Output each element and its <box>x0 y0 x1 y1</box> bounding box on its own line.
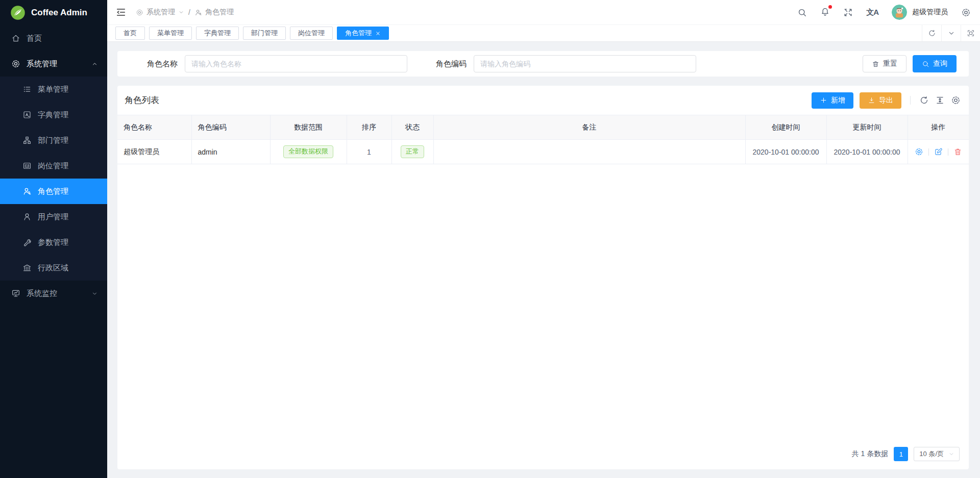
card-title: 角色列表 <box>125 94 159 106</box>
sidebar-item-dict-management[interactable]: 字典管理 <box>0 102 107 128</box>
org-chart-icon <box>22 136 32 145</box>
row-permission-gear-icon[interactable] <box>915 147 923 156</box>
tab-label: 角色管理 <box>345 29 372 38</box>
chevron-down-icon <box>178 9 184 15</box>
role-key-icon <box>194 9 202 16</box>
id-badge-icon <box>22 161 32 170</box>
user-menu[interactable]: 超级管理员 <box>892 5 948 20</box>
col-sort: 排序 <box>347 115 391 140</box>
sidebar-submenu-system: 菜单管理 字典管理 部门管理 岗位管理 角色管理 <box>0 77 107 281</box>
plus-icon <box>820 96 827 104</box>
sidebar-item-label: 系统管理 <box>27 59 57 69</box>
tab-menu-management[interactable]: 菜单管理 <box>149 27 192 40</box>
translate-icon[interactable]: 文A <box>866 8 878 17</box>
refresh-icon[interactable] <box>919 95 929 105</box>
role-key-icon <box>22 187 32 196</box>
role-code-label: 角色编码 <box>436 59 467 69</box>
sidebar-item-menu-management[interactable]: 菜单管理 <box>0 77 107 102</box>
col-status: 状态 <box>391 115 433 140</box>
tab-post-management[interactable]: 岗位管理 <box>290 27 333 40</box>
chevron-up-icon <box>91 61 98 67</box>
sidebar-item-home[interactable]: 首页 <box>0 26 107 51</box>
tab-home[interactable]: 首页 <box>115 27 145 40</box>
cell-role-code: admin <box>191 140 270 164</box>
spring-leaf-logo-icon <box>10 5 26 20</box>
sidebar-item-dept-management[interactable]: 部门管理 <box>0 128 107 153</box>
sidebar-item-label: 参数管理 <box>38 238 68 247</box>
menu-fold-icon[interactable] <box>115 7 127 18</box>
sidebar-item-system-management[interactable]: 系统管理 <box>0 51 107 77</box>
sidebar-item-param-management[interactable]: 参数管理 <box>0 230 107 255</box>
table-settings-gear-icon[interactable] <box>951 95 961 105</box>
tab-role-management[interactable]: 角色管理 <box>337 27 389 40</box>
sidebar-menu: 首页 系统管理 菜单管理 字典管理 部门管理 <box>0 26 107 306</box>
reset-button[interactable]: 重置 <box>863 55 906 72</box>
page-content: 角色名称 角色编码 重置 查询 <box>107 42 980 478</box>
role-name-form-item: 角色名称 <box>147 55 407 72</box>
tab-dept-management[interactable]: 部门管理 <box>243 27 286 40</box>
dictionary-icon <box>22 110 32 119</box>
app-logo[interactable]: Coffee Admin <box>0 0 107 26</box>
breadcrumb: 系统管理 / 角色管理 <box>136 8 234 17</box>
tab-options-dropdown[interactable] <box>941 25 961 41</box>
close-icon[interactable] <box>375 31 381 36</box>
refresh-icon <box>928 29 936 37</box>
tab-tools <box>922 25 980 41</box>
status-badge: 正常 <box>401 145 424 158</box>
sidebar-item-post-management[interactable]: 岗位管理 <box>0 153 107 179</box>
toolbar-divider <box>910 96 911 105</box>
settings-gear-icon[interactable] <box>961 8 971 17</box>
home-icon <box>11 34 20 43</box>
refresh-tab-button[interactable] <box>922 25 941 41</box>
role-name-input[interactable] <box>185 55 407 72</box>
row-delete-icon[interactable] <box>953 147 962 156</box>
cell-role-name: 超级管理员 <box>117 140 191 164</box>
breadcrumb-parent[interactable]: 系统管理 <box>136 8 184 17</box>
search-icon[interactable] <box>797 8 807 17</box>
chevron-down-icon <box>91 290 98 297</box>
col-actions: 操作 <box>908 115 969 140</box>
query-button-label: 查询 <box>933 59 947 68</box>
sidebar-item-system-monitor[interactable]: 系统监控 <box>0 281 107 306</box>
gear-icon <box>11 59 20 68</box>
sidebar-item-label: 角色管理 <box>38 187 68 196</box>
main-area: 系统管理 / 角色管理 文A 超级管理员 <box>107 0 980 478</box>
col-data-scope: 数据范围 <box>270 115 347 140</box>
pagination-total: 共 1 条数据 <box>852 449 889 459</box>
trash-clear-icon <box>872 60 879 68</box>
sidebar-item-user-management[interactable]: 用户管理 <box>0 204 107 230</box>
sidebar-item-label: 字典管理 <box>38 110 68 120</box>
tab-dict-management[interactable]: 字典管理 <box>196 27 239 40</box>
add-button[interactable]: 新增 <box>812 92 853 109</box>
chevron-down-icon <box>948 451 954 457</box>
row-edit-icon[interactable] <box>934 147 943 156</box>
page-number-button[interactable]: 1 <box>894 447 908 461</box>
breadcrumb-current: 角色管理 <box>194 8 234 17</box>
page-size-value: 10 条/页 <box>919 449 944 459</box>
export-button[interactable]: 导出 <box>860 92 901 109</box>
col-remark: 备注 <box>433 115 745 140</box>
fullscreen-icon[interactable] <box>843 8 853 17</box>
sidebar-item-role-management[interactable]: 角色管理 <box>0 179 107 204</box>
role-code-input[interactable] <box>474 55 696 72</box>
col-role-code: 角色编码 <box>191 115 270 140</box>
role-name-label: 角色名称 <box>147 59 178 69</box>
sidebar-item-admin-region[interactable]: 行政区域 <box>0 255 107 281</box>
cell-actions <box>908 140 969 164</box>
table-row: 超级管理员 admin 全部数据权限 1 正常 2020-10-01 00:00… <box>117 140 969 164</box>
row-height-icon[interactable] <box>935 95 945 105</box>
chevron-down-icon <box>947 29 955 37</box>
query-button[interactable]: 查询 <box>913 55 957 72</box>
username-label: 超级管理员 <box>912 8 948 17</box>
add-button-label: 新增 <box>831 96 845 105</box>
monitor-icon <box>11 289 20 298</box>
notification-button[interactable] <box>820 7 830 18</box>
sidebar-item-label: 系统监控 <box>27 289 57 298</box>
action-divider <box>948 148 948 156</box>
col-updated-at: 更新时间 <box>826 115 908 140</box>
page-size-select[interactable]: 10 条/页 <box>914 447 960 461</box>
content-fullscreen-button[interactable] <box>961 25 980 41</box>
cell-remark <box>433 140 745 164</box>
cell-sort: 1 <box>347 140 391 164</box>
breadcrumb-current-label: 角色管理 <box>205 8 234 17</box>
